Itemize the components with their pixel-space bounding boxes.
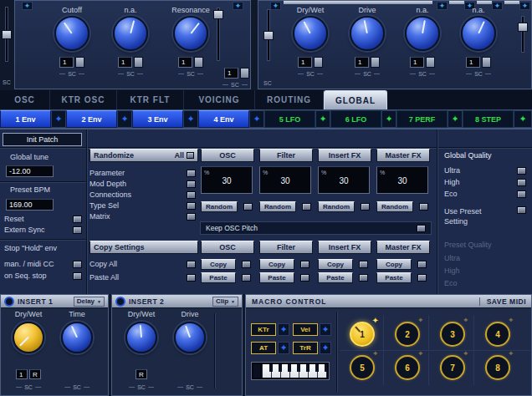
- slider-handle[interactable]: [2, 30, 12, 39]
- copy-masterfx-button[interactable]: Copy: [376, 259, 412, 270]
- macro-knob-8[interactable]: 8: [485, 355, 510, 380]
- random-osc-button[interactable]: Random: [201, 201, 238, 212]
- mod-assign-icon[interactable]: ✦: [320, 342, 331, 354]
- tab-global[interactable]: GLOBAL: [324, 90, 387, 109]
- randomize-amount-filter[interactable]: %30: [259, 166, 311, 194]
- mod-assign-icon[interactable]: ✦: [448, 110, 463, 128]
- na-knob[interactable]: [405, 16, 440, 51]
- mod-assign-icon[interactable]: ✦: [233, 2, 243, 10]
- copy-filter-button[interactable]: Copy: [259, 259, 294, 270]
- copy-osc-button[interactable]: Copy: [201, 259, 236, 270]
- tab-lfo5[interactable]: 5 LFO: [264, 110, 315, 128]
- drive-mode-button[interactable]: [371, 57, 380, 68]
- matrix-checkbox[interactable]: [187, 213, 196, 221]
- mod-assign-cross-icon[interactable]: ✚: [463, 317, 468, 322]
- copy-osc-checkbox[interactable]: [242, 261, 251, 268]
- na-mod-slot[interactable]: 1: [466, 57, 480, 68]
- drive-mod-slot[interactable]: 1: [355, 57, 369, 68]
- drywet-mode-button[interactable]: [314, 57, 323, 68]
- mod-assign-cross-icon[interactable]: ✚: [418, 317, 422, 322]
- mod-assign-sparkle-icon[interactable]: ✦: [372, 316, 379, 325]
- cutoff-mod-slot[interactable]: 1: [59, 57, 74, 68]
- paste-insertfx-button[interactable]: Paste: [318, 272, 353, 283]
- tab-env1[interactable]: 1 Env: [0, 110, 51, 128]
- keep-osc-pitch-checkbox[interactable]: [417, 225, 426, 232]
- randomize-all-checkbox[interactable]: [187, 152, 194, 159]
- paste-filter-button[interactable]: Paste: [259, 272, 294, 283]
- paste-masterfx-button[interactable]: Paste: [376, 272, 412, 283]
- cutoff-knob[interactable]: [54, 16, 90, 51]
- left-edge-slider[interactable]: [2, 7, 12, 62]
- piano-keys[interactable]: [262, 364, 327, 378]
- fx-left-slider[interactable]: [263, 9, 274, 61]
- connections-checkbox[interactable]: [187, 191, 196, 199]
- quality-ultra-checkbox[interactable]: [517, 167, 526, 175]
- mod-assign-icon[interactable]: ✦: [278, 342, 289, 354]
- insert1-fx-type-dropdown[interactable]: Delay ▼: [74, 297, 105, 307]
- fx-right-slider[interactable]: [518, 16, 528, 53]
- aux-mod-slot[interactable]: 1: [224, 68, 238, 79]
- man-midi-checkbox[interactable]: [73, 261, 82, 268]
- insert2-retrig-button[interactable]: R: [136, 369, 147, 379]
- tab-lfo6[interactable]: 6 LFO: [330, 110, 381, 128]
- mod-assign-icon[interactable]: ✦: [519, 2, 530, 10]
- na-mod-slot[interactable]: 1: [410, 57, 424, 68]
- extern-sync-checkbox[interactable]: [73, 226, 82, 234]
- mod-assign-icon[interactable]: ✦: [22, 2, 33, 10]
- type-sel-checkbox[interactable]: [187, 202, 196, 210]
- tab-env3[interactable]: 3 Env: [132, 110, 183, 128]
- cutoff-mode-button[interactable]: [75, 57, 84, 68]
- mod-assign-cross-icon[interactable]: ✚: [509, 317, 513, 322]
- ktr-source-button[interactable]: KTr: [251, 323, 276, 336]
- insert1-time-knob[interactable]: [61, 322, 93, 353]
- na-mode-button[interactable]: [426, 57, 435, 68]
- insert1-retrig-button[interactable]: R: [29, 369, 41, 379]
- mod-assign-icon[interactable]: ✦: [315, 110, 330, 128]
- randomize-amount-insertfx[interactable]: %30: [318, 166, 370, 194]
- na-mode-button[interactable]: [482, 57, 491, 68]
- tab-ktr-flt[interactable]: KTR FLT: [117, 90, 184, 109]
- tab-env4[interactable]: 4 Env: [198, 110, 249, 128]
- copy-insertfx-button[interactable]: Copy: [318, 259, 353, 270]
- macro-knob-7[interactable]: 7: [440, 355, 465, 380]
- global-tune-value[interactable]: -12.00: [6, 165, 54, 177]
- random-insertfx-checkbox[interactable]: [361, 203, 370, 211]
- insert1-mod-slot[interactable]: 1: [16, 369, 28, 379]
- paste-osc-button[interactable]: Paste: [201, 272, 236, 283]
- mod-assign-icon[interactable]: ✦: [249, 110, 264, 128]
- preset-bpm-value[interactable]: 169.00: [6, 199, 54, 211]
- slider-handle[interactable]: [518, 23, 528, 32]
- keyboard-widget[interactable]: [251, 362, 330, 380]
- tab-voicing[interactable]: VOICING: [184, 90, 255, 109]
- copy-all-checkbox[interactable]: [187, 261, 196, 268]
- quality-high-checkbox[interactable]: [517, 179, 526, 186]
- seq-stop-checkbox[interactable]: [73, 272, 82, 280]
- at-source-button[interactable]: AT: [251, 342, 276, 354]
- resonance-mode-button[interactable]: [194, 57, 203, 68]
- na-knob[interactable]: [113, 16, 148, 51]
- paste-masterfx-checkbox[interactable]: [417, 274, 427, 282]
- insert1-led-icon[interactable]: [4, 297, 14, 307]
- copy-insertfx-checkbox[interactable]: [359, 261, 368, 268]
- insert2-drive-knob[interactable]: [174, 322, 206, 353]
- na-mode-button[interactable]: [134, 57, 143, 68]
- init-patch-button[interactable]: Init Patch: [3, 133, 82, 146]
- macro-knob-4[interactable]: 4: [485, 322, 510, 347]
- copy-filter-checkbox[interactable]: [300, 261, 309, 268]
- drive-knob[interactable]: [350, 16, 385, 51]
- mod-assign-icon[interactable]: ✦: [381, 110, 396, 128]
- macro-knob-3[interactable]: 3: [440, 322, 465, 347]
- random-masterfx-button[interactable]: Random: [376, 201, 413, 212]
- quality-eco-checkbox[interactable]: [517, 190, 526, 198]
- mod-assign-icon[interactable]: ✦: [183, 110, 198, 128]
- resonance-knob[interactable]: [173, 16, 208, 51]
- random-filter-button[interactable]: Random: [259, 201, 296, 212]
- copy-masterfx-checkbox[interactable]: [417, 261, 427, 268]
- mod-assign-icon[interactable]: ✦: [514, 110, 532, 128]
- tab-step8[interactable]: 8 STEP: [463, 110, 514, 128]
- mod-assign-icon[interactable]: ✦: [278, 323, 289, 336]
- parameter-checkbox[interactable]: [187, 170, 196, 177]
- insert2-fx-type-dropdown[interactable]: Clip ▼: [212, 297, 238, 307]
- mod-assign-icon[interactable]: ✦: [51, 110, 66, 128]
- drywet-mod-slot[interactable]: 1: [298, 57, 312, 68]
